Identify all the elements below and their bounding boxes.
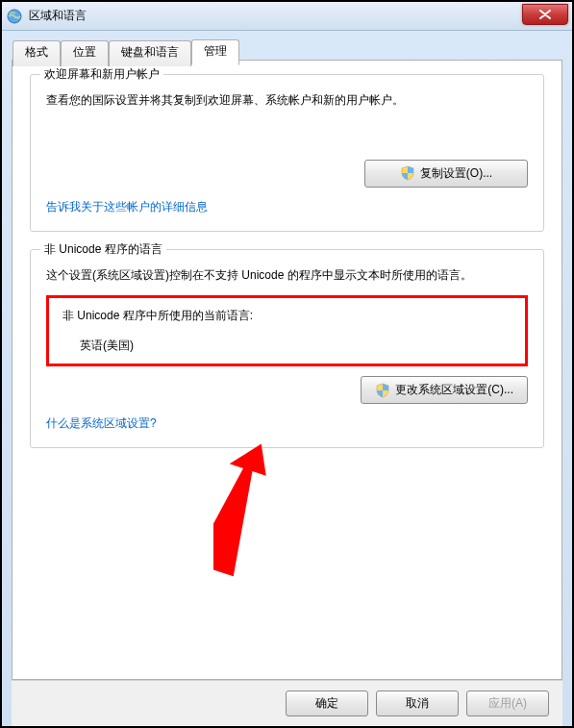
tab-location[interactable]: 位置: [61, 40, 109, 66]
tab-strip: 格式 位置 键盘和语言 管理: [12, 39, 239, 65]
section-description: 查看您的国际设置并将其复制到欢迎屏幕、系统帐户和新的用户帐户。: [46, 90, 528, 112]
button-row: 复制设置(O)...: [46, 160, 528, 188]
close-button[interactable]: [522, 4, 568, 25]
tab-label: 格式: [25, 45, 48, 59]
tab-label: 管理: [204, 44, 227, 58]
cancel-button[interactable]: 取消: [376, 690, 459, 716]
globe-icon: [6, 8, 23, 25]
tab-label: 位置: [73, 45, 96, 59]
content-area: 格式 位置 键盘和语言 管理 欢迎屏幕和新用户帐户 查看您的国际设置并将其复制到…: [2, 31, 572, 726]
current-language-label: 非 Unicode 程序中所使用的当前语言:: [62, 308, 512, 324]
highlight-annotation: 非 Unicode 程序中所使用的当前语言: 英语(美国): [46, 295, 528, 366]
tab-keyboard[interactable]: 键盘和语言: [109, 40, 191, 66]
tab-format[interactable]: 格式: [12, 40, 61, 66]
shield-icon: [375, 383, 390, 398]
section-legend: 欢迎屏幕和新用户帐户: [40, 66, 163, 83]
tab-admin[interactable]: 管理: [191, 39, 239, 65]
non-unicode-section: 非 Unicode 程序的语言 这个设置(系统区域设置)控制在不支持 Unico…: [30, 249, 544, 449]
copy-settings-button[interactable]: 复制设置(O)...: [364, 160, 528, 188]
region-language-dialog: 区域和语言 格式 位置 键盘和语言 管理 欢迎屏幕和新用户帐户 查看您的国际设置…: [2, 2, 572, 726]
section-description: 这个设置(系统区域设置)控制在不支持 Unicode 的程序中显示文本时所使用的…: [46, 265, 528, 287]
change-system-locale-button[interactable]: 更改系统区域设置(C)...: [361, 376, 528, 404]
section-legend: 非 Unicode 程序的语言: [40, 241, 166, 258]
button-row: 更改系统区域设置(C)...: [46, 376, 528, 404]
current-language-value: 英语(美国): [62, 338, 512, 354]
button-label: 更改系统区域设置(C)...: [395, 382, 513, 398]
button-label: 复制设置(O)...: [420, 165, 492, 182]
accounts-info-link[interactable]: 告诉我关于这些帐户的详细信息: [46, 200, 208, 213]
welcome-screen-section: 欢迎屏幕和新用户帐户 查看您的国际设置并将其复制到欢迎屏幕、系统帐户和新的用户帐…: [30, 74, 544, 232]
window-title: 区域和语言: [29, 8, 522, 24]
dialog-button-bar: 确定 取消 应用(A): [12, 680, 562, 726]
system-locale-link[interactable]: 什么是系统区域设置?: [46, 416, 157, 430]
ok-button[interactable]: 确定: [286, 690, 368, 716]
tab-panel: 格式 位置 键盘和语言 管理 欢迎屏幕和新用户帐户 查看您的国际设置并将其复制到…: [12, 60, 562, 680]
shield-icon: [400, 165, 415, 181]
titlebar: 区域和语言: [2, 2, 572, 31]
tab-label: 键盘和语言: [121, 45, 179, 59]
apply-button[interactable]: 应用(A): [466, 690, 549, 716]
